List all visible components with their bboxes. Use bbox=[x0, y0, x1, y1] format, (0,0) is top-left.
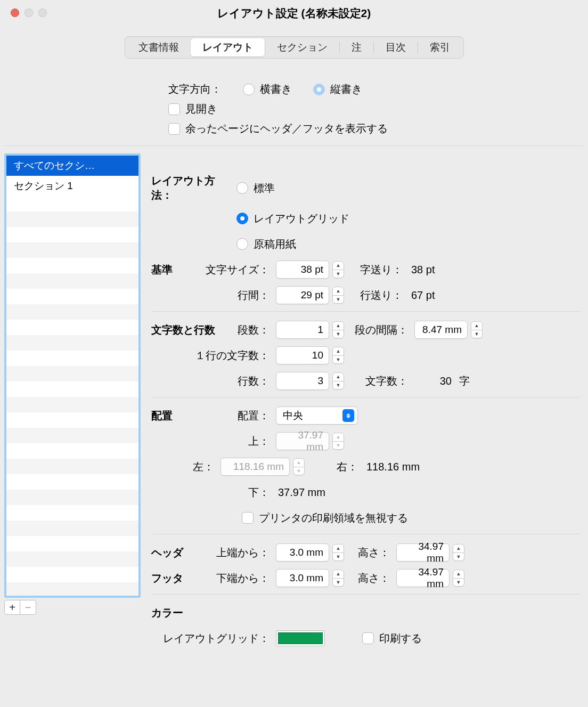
chevron-updown-icon bbox=[342, 409, 354, 422]
grid-color-well[interactable] bbox=[276, 630, 325, 646]
char-feed-label: 字送り： bbox=[360, 263, 403, 277]
close-window-button[interactable] bbox=[11, 9, 19, 17]
char-size-field[interactable]: 38 pt bbox=[276, 261, 329, 279]
footer-height-field[interactable]: 34.97 mm bbox=[396, 569, 450, 587]
color-heading: カラー bbox=[151, 606, 215, 620]
columns-stepper[interactable]: ▲▼ bbox=[332, 321, 344, 338]
tab-toc[interactable]: 目次 bbox=[374, 38, 418, 56]
footer-height-label: 高さ： bbox=[358, 571, 390, 586]
char-feed-value: 38 pt bbox=[409, 264, 435, 276]
checkbox-extra-header-footer[interactable] bbox=[168, 123, 180, 135]
chars-per-line-field[interactable]: 10 bbox=[276, 346, 329, 364]
chars-per-line-stepper[interactable]: ▲▼ bbox=[332, 347, 344, 364]
radio-layout-standard-label: 標準 bbox=[254, 181, 275, 196]
bottom-label: 下： bbox=[151, 485, 276, 500]
footer-from-stepper[interactable]: ▲▼ bbox=[332, 570, 344, 587]
section-list-item-all[interactable]: すべてのセクシ… bbox=[6, 156, 138, 176]
char-size-stepper[interactable]: ▲▼ bbox=[332, 261, 344, 278]
radio-layout-grid-label: レイアウトグリッド bbox=[254, 212, 349, 226]
checkbox-print-grid-label: 印刷する bbox=[379, 631, 422, 646]
top-stepper: ▲▼ bbox=[332, 433, 344, 450]
lines-label: 行数： bbox=[151, 374, 276, 388]
columns-field[interactable]: 1 bbox=[276, 321, 329, 339]
left-label: 左： bbox=[151, 460, 220, 474]
window-title: レイアウト設定 (名称未設定2) bbox=[0, 6, 588, 21]
chars-per-line-label: １行の文字数： bbox=[151, 348, 276, 363]
char-count-value: 30 bbox=[414, 375, 452, 387]
grid-color-label: レイアウトグリッド： bbox=[151, 631, 276, 646]
traffic-lights bbox=[11, 9, 47, 17]
zoom-window-button[interactable] bbox=[38, 9, 47, 17]
chars-lines-heading: 文字数と行数 bbox=[151, 323, 231, 337]
layout-method-label: レイアウト方法： bbox=[151, 174, 236, 202]
radio-vertical[interactable] bbox=[313, 84, 325, 95]
header-heading: ヘッダ bbox=[151, 546, 215, 560]
column-gap-field[interactable]: 8.47 mm bbox=[414, 321, 468, 339]
radio-manuscript-label: 原稿用紙 bbox=[254, 237, 296, 251]
checkbox-extra-header-footer-label: 余ったページにヘッダ／フッタを表示する bbox=[185, 121, 388, 136]
tab-notes[interactable]: 注 bbox=[340, 38, 373, 56]
right-label: 右： bbox=[337, 460, 358, 474]
titlebar: レイアウト設定 (名称未設定2) bbox=[0, 0, 588, 27]
footer-height-stepper[interactable]: ▲▼ bbox=[453, 570, 464, 587]
header-from-stepper[interactable]: ▲▼ bbox=[332, 544, 344, 561]
line-feed-label: 行送り： bbox=[360, 288, 403, 303]
line-gap-label: 行間： bbox=[194, 288, 276, 303]
lines-field[interactable]: 3 bbox=[276, 372, 329, 390]
radio-horizontal-label: 横書き bbox=[260, 82, 292, 96]
tab-index[interactable]: 索引 bbox=[418, 38, 462, 56]
header-height-label: 高さ： bbox=[358, 546, 390, 560]
add-section-button[interactable]: + bbox=[4, 600, 20, 615]
position-heading: 配置 bbox=[151, 409, 231, 423]
header-from-field[interactable]: 3.0 mm bbox=[276, 543, 329, 562]
footer-from-field[interactable]: 3.0 mm bbox=[276, 569, 329, 587]
position-select[interactable]: 中央 bbox=[276, 407, 358, 425]
checkbox-print-grid[interactable] bbox=[362, 632, 374, 644]
lines-stepper[interactable]: ▲▼ bbox=[332, 372, 344, 389]
radio-layout-grid[interactable] bbox=[236, 213, 248, 224]
char-size-label: 文字サイズ： bbox=[194, 263, 276, 277]
base-heading: 基準 bbox=[151, 263, 194, 277]
tab-bar: 文書情報 レイアウト セクション 注 目次 索引 bbox=[125, 36, 464, 59]
footer-heading: フッタ bbox=[151, 571, 215, 586]
char-count-label: 文字数： bbox=[365, 374, 408, 388]
left-stepper: ▲▼ bbox=[293, 458, 305, 475]
position-select-value: 中央 bbox=[283, 409, 303, 422]
checkbox-spread[interactable] bbox=[168, 103, 180, 115]
line-gap-field[interactable]: 29 pt bbox=[276, 286, 329, 304]
header-height-stepper[interactable]: ▲▼ bbox=[453, 544, 464, 561]
text-direction-label: 文字方向： bbox=[168, 82, 243, 96]
right-value: 118.16 mm bbox=[364, 461, 420, 473]
position-label: 配置： bbox=[231, 409, 276, 423]
header-height-field[interactable]: 34.97 mm bbox=[396, 543, 450, 562]
column-gap-label: 段の間隔： bbox=[355, 323, 408, 337]
tab-document-info[interactable]: 文書情報 bbox=[127, 38, 191, 56]
minimize-window-button[interactable] bbox=[24, 9, 33, 17]
checkbox-ignore-printer-area-label: プリンタの印刷領域を無視する bbox=[259, 511, 408, 525]
columns-label: 段数： bbox=[231, 323, 276, 337]
section-add-remove: + − bbox=[4, 600, 141, 615]
top-field: 37.97 mm bbox=[276, 432, 329, 450]
bottom-value: 37.97 mm bbox=[276, 486, 325, 499]
tab-layout[interactable]: レイアウト bbox=[191, 38, 265, 56]
left-field: 118.16 mm bbox=[220, 458, 290, 476]
tab-section[interactable]: セクション bbox=[265, 38, 339, 56]
section-list[interactable]: すべてのセクシ… セクション 1 bbox=[4, 153, 141, 598]
checkbox-ignore-printer-area[interactable] bbox=[242, 512, 254, 524]
top-label: 上： bbox=[151, 434, 276, 449]
footer-from-label: 下端から： bbox=[215, 571, 276, 586]
header-from-label: 上端から： bbox=[215, 546, 276, 560]
line-gap-stepper[interactable]: ▲▼ bbox=[332, 287, 344, 304]
radio-horizontal[interactable] bbox=[243, 84, 255, 95]
checkbox-spread-label: 見開き bbox=[185, 102, 217, 116]
remove-section-button[interactable]: − bbox=[20, 600, 36, 615]
line-feed-value: 67 pt bbox=[409, 289, 435, 302]
section-list-item-1[interactable]: セクション 1 bbox=[6, 176, 138, 196]
grid-color-swatch bbox=[278, 632, 323, 644]
radio-layout-standard[interactable] bbox=[236, 182, 248, 194]
radio-manuscript[interactable] bbox=[236, 238, 248, 250]
radio-vertical-label: 縦書き bbox=[330, 82, 362, 96]
char-count-unit: 字 bbox=[457, 374, 470, 388]
column-gap-stepper[interactable]: ▲▼ bbox=[471, 321, 483, 338]
